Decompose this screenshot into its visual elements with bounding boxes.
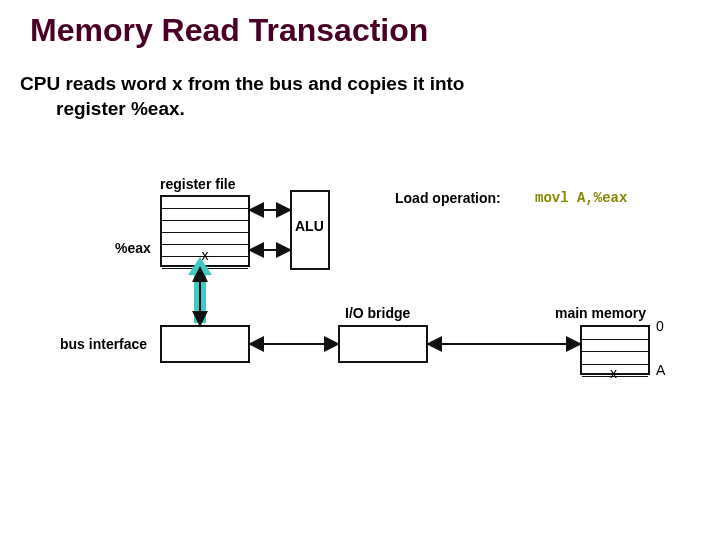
io-bridge-label: I/O bridge [345, 305, 410, 321]
subtitle-line2: register %eax. [20, 97, 690, 122]
mem-address-A: A [656, 362, 665, 378]
eax-label: %eax [115, 240, 151, 256]
mem-x-value: x [610, 365, 617, 381]
diagram-stage: register file x %eax ALU Load operation:… [0, 150, 720, 510]
main-memory-label: main memory [555, 305, 646, 321]
slide-title: Memory Read Transaction [30, 12, 428, 49]
mem-address-0: 0 [656, 318, 664, 334]
load-operation-code: movl A,%eax [535, 190, 627, 206]
bus-interface-label: bus interface [60, 336, 147, 352]
register-file-label: register file [160, 176, 235, 192]
bus-interface-box [160, 325, 250, 363]
load-operation-label: Load operation: [395, 190, 501, 206]
main-memory-box: x [580, 325, 650, 375]
register-x-value: x [198, 247, 212, 263]
register-file-box: x [160, 195, 250, 267]
io-bridge-box [338, 325, 428, 363]
alu-label: ALU [295, 218, 324, 234]
slide-subtitle: CPU reads word x from the bus and copies… [20, 72, 690, 121]
subtitle-line1: CPU reads word x from the bus and copies… [20, 73, 464, 94]
